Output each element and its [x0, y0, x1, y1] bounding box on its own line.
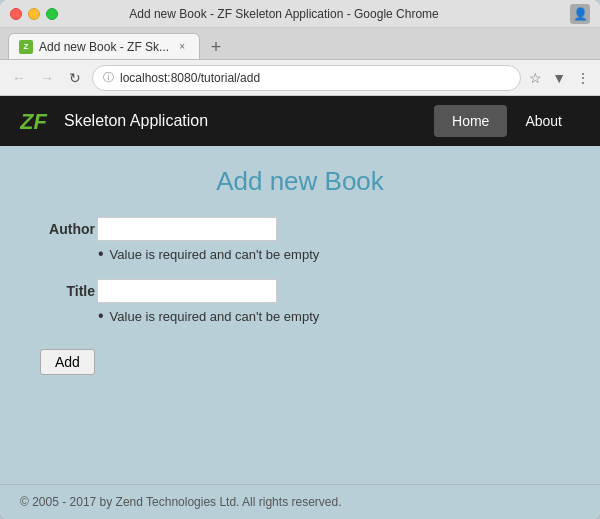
bookmark-icon[interactable]: ☆ [527, 68, 544, 88]
svg-text:ZF: ZF [20, 109, 47, 134]
browser-menu-icon[interactable]: ⋮ [574, 68, 592, 88]
tab-bar: Z Add new Book - ZF Sk... × + [0, 28, 600, 60]
page-title: Add new Book [40, 166, 560, 197]
url-bar[interactable]: ⓘ localhost:8080/tutorial/add [92, 65, 521, 91]
footer-text: © 2005 - 2017 by Zend Technologies Ltd. … [20, 495, 341, 509]
nav-about-link[interactable]: About [507, 105, 580, 137]
reload-button[interactable]: ↻ [64, 67, 86, 89]
submit-row: Add [40, 341, 560, 375]
add-button[interactable]: Add [40, 349, 95, 375]
title-input[interactable] [97, 279, 277, 303]
zf-logo-icon: ZF [20, 107, 56, 135]
address-bar: ← → ↻ ⓘ localhost:8080/tutorial/add ☆ ▼ … [0, 60, 600, 96]
info-icon: ⓘ [103, 70, 114, 85]
title-label: Title [40, 283, 95, 299]
tab-close-button[interactable]: × [175, 40, 189, 54]
logo: ZF Skeleton Application [20, 107, 208, 135]
author-form-row: Author [40, 217, 560, 241]
navbar: ZF Skeleton Application Home About [0, 96, 600, 146]
window-title: Add new Book - ZF Skeleton Application -… [4, 7, 564, 21]
nav-home-link[interactable]: Home [434, 105, 507, 137]
title-validation-message: Value is required and can't be empty [98, 307, 560, 325]
nav-links: Home About [434, 105, 580, 137]
browser-extension-icon[interactable]: ▼ [550, 68, 568, 88]
author-validation-message: Value is required and can't be empty [98, 245, 560, 263]
back-button[interactable]: ← [8, 67, 30, 89]
author-input[interactable] [97, 217, 277, 241]
app-name: Skeleton Application [64, 112, 208, 130]
title-bar: Add new Book - ZF Skeleton Application -… [0, 0, 600, 28]
author-form-group: Author Value is required and can't be em… [40, 217, 560, 263]
user-profile-icon[interactable]: 👤 [570, 4, 590, 24]
app-content: ZF Skeleton Application Home About Add n… [0, 96, 600, 519]
tab-favicon: Z [19, 40, 33, 54]
author-label: Author [40, 221, 95, 237]
active-tab[interactable]: Z Add new Book - ZF Sk... × [8, 33, 200, 59]
tab-label: Add new Book - ZF Sk... [39, 40, 169, 54]
forward-button[interactable]: → [36, 67, 58, 89]
title-form-group: Title Value is required and can't be emp… [40, 279, 560, 325]
footer: © 2005 - 2017 by Zend Technologies Ltd. … [0, 484, 600, 519]
url-text: localhost:8080/tutorial/add [120, 71, 260, 85]
title-form-row: Title [40, 279, 560, 303]
browser-window: Add new Book - ZF Skeleton Application -… [0, 0, 600, 519]
main-content: Add new Book Author Value is required an… [0, 146, 600, 484]
new-tab-button[interactable]: + [204, 35, 228, 59]
